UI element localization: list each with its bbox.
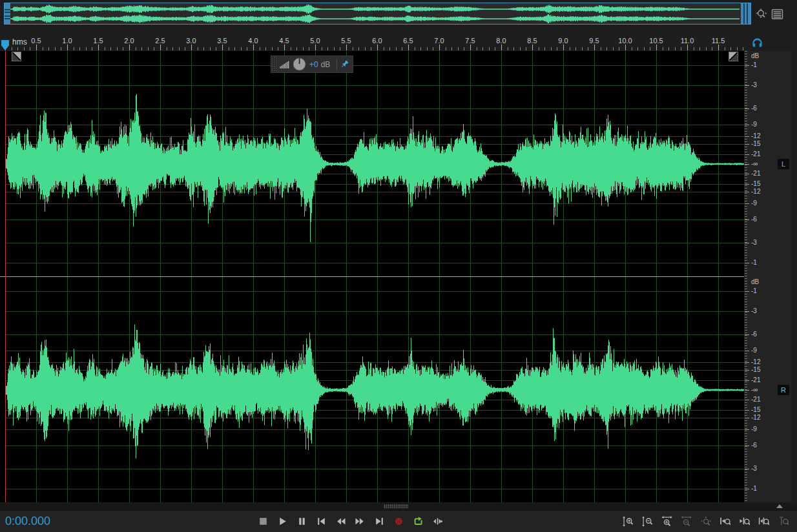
ruler-major-tick xyxy=(191,45,192,50)
pause-button[interactable] xyxy=(294,513,309,529)
zoom-in-point-icon xyxy=(719,516,730,527)
channel-badge-left[interactable]: L xyxy=(778,159,789,169)
db-tick-label: -9 xyxy=(751,200,757,207)
db-scale-tick xyxy=(745,380,749,381)
play-icon xyxy=(277,516,288,527)
ruler-tick-label: 4.0 xyxy=(248,37,258,45)
ruler-tick-label: 10.0 xyxy=(618,37,632,45)
db-tick-label: -15 xyxy=(751,140,760,147)
ruler-tick-label: 6.0 xyxy=(372,37,382,45)
skip-selection-button[interactable] xyxy=(430,513,445,529)
volume-knob[interactable] xyxy=(293,57,306,71)
zoom-in-amplitude-button[interactable] xyxy=(620,513,636,529)
ruler-major-tick xyxy=(346,45,347,50)
db-scale-tick xyxy=(745,184,749,185)
db-scale-tick xyxy=(745,263,749,263)
loop-icon xyxy=(413,516,424,527)
db-tick-label: -6 xyxy=(751,442,757,449)
move-previous-button[interactable] xyxy=(313,513,329,529)
range-left-handle[interactable] xyxy=(5,3,10,24)
zoom-in-time-button[interactable] xyxy=(659,513,674,529)
zoom-out-amplitude-button[interactable] xyxy=(639,513,655,529)
db-scale-tick xyxy=(745,144,749,145)
loop-playback-button[interactable] xyxy=(410,513,426,529)
channel-divider[interactable] xyxy=(0,276,791,277)
zoom-selection-icon xyxy=(758,516,769,527)
stop-button[interactable] xyxy=(255,513,271,529)
db-scale[interactable]: dB-∞-1-1-3-3-6-6-9-9-12-12-15-15-21-21dB… xyxy=(744,51,791,502)
play-button[interactable] xyxy=(274,513,290,529)
record-button[interactable] xyxy=(391,513,406,529)
horizontal-scrollbar[interactable] xyxy=(0,503,797,510)
db-tick-label: -6 xyxy=(751,216,757,223)
db-scale-tick xyxy=(745,192,749,192)
ruler-major-tick xyxy=(36,45,37,50)
db-tick-label: -3 xyxy=(751,239,757,246)
db-scale-tick xyxy=(745,400,749,400)
gain-value[interactable]: +0 xyxy=(309,60,318,69)
fast-forward-icon xyxy=(355,516,366,527)
transport-bar: 0:00.000 xyxy=(0,510,797,532)
zoom-in-at-out-point-button[interactable] xyxy=(736,513,752,529)
horizontal-scrollbar-grip[interactable] xyxy=(384,504,408,509)
db-tick-label: -3 xyxy=(751,465,757,472)
zoom-out-time-button[interactable] xyxy=(678,513,694,529)
db-scale-tick xyxy=(745,370,749,371)
db-tick-label: -1 xyxy=(751,259,757,266)
zoom-out-amplitude-icon xyxy=(642,516,653,527)
ruler-tick-label: 4.5 xyxy=(279,37,289,45)
ruler-major-tick xyxy=(408,45,409,50)
db-scale-tick xyxy=(745,220,749,220)
fast-forward-button[interactable] xyxy=(352,513,367,529)
db-tick-label: -3 xyxy=(751,307,757,314)
time-display[interactable]: 0:00.000 xyxy=(5,515,50,528)
timeline-ruler[interactable]: hms 0.51.01.52.02.53.03.54.04.55.05.56.0… xyxy=(0,36,751,51)
zoom-reset-icon xyxy=(778,516,789,527)
zoom-in-at-in-point-button[interactable] xyxy=(717,513,732,529)
overview-range-selector[interactable] xyxy=(4,3,751,25)
range-right-handle[interactable] xyxy=(741,3,750,24)
hud-drag-handle[interactable] xyxy=(271,56,277,72)
range-grip[interactable] xyxy=(373,10,382,17)
db-scale-tick xyxy=(745,311,749,312)
db-scale-tick xyxy=(745,108,749,109)
volume-hud[interactable]: +0 dB xyxy=(271,56,353,73)
db-scale-tick xyxy=(745,164,749,165)
db-tick-label: -12 xyxy=(751,414,760,421)
channel-badge-right[interactable]: R xyxy=(778,385,789,395)
db-unit-label: dB xyxy=(751,278,759,285)
corner-widget-top-left-icon[interactable] xyxy=(12,52,21,61)
ruler-tick-label: 10.5 xyxy=(649,37,663,45)
zoom-navigator-icon[interactable] xyxy=(754,7,769,21)
panel-menu-icon[interactable] xyxy=(771,8,783,20)
ruler-major-tick xyxy=(687,45,688,50)
headphones-icon[interactable] xyxy=(751,36,763,48)
ruler-tick-label: 5.0 xyxy=(310,37,320,45)
pin-icon[interactable] xyxy=(340,59,349,69)
db-tick-label: -12 xyxy=(751,188,760,195)
scroll-up-arrow-icon[interactable] xyxy=(776,504,783,508)
ruler-tick-label: 8.5 xyxy=(527,37,537,45)
db-infinity-label: -∞ xyxy=(751,160,758,167)
db-scale-tick xyxy=(745,291,749,292)
zoom-out-full-button[interactable] xyxy=(698,513,713,529)
ruler-tick-label: 2.5 xyxy=(155,37,165,45)
move-next-button[interactable] xyxy=(371,513,387,529)
rewind-button[interactable] xyxy=(333,513,348,529)
corner-widget-top-right-icon[interactable] xyxy=(729,52,738,61)
zoom-reset-button[interactable] xyxy=(775,513,791,529)
ruler-unit-label: hms xyxy=(12,37,27,46)
zoom-buttons xyxy=(620,513,791,529)
db-scale-tick xyxy=(745,125,749,125)
rewind-icon xyxy=(335,516,346,527)
db-tick-label: -12 xyxy=(751,358,760,365)
ruler-tick-label: 11.5 xyxy=(712,37,725,45)
ruler-major-tick xyxy=(563,45,564,50)
ruler-tick-label: 9.0 xyxy=(558,37,568,45)
db-tick-label: -1 xyxy=(751,287,757,294)
playhead-line xyxy=(5,51,6,502)
zoom-to-selection-button[interactable] xyxy=(756,513,771,529)
db-tick-label: -21 xyxy=(751,170,760,177)
db-tick-label: -21 xyxy=(751,150,760,158)
ruler-major-tick xyxy=(222,45,223,50)
